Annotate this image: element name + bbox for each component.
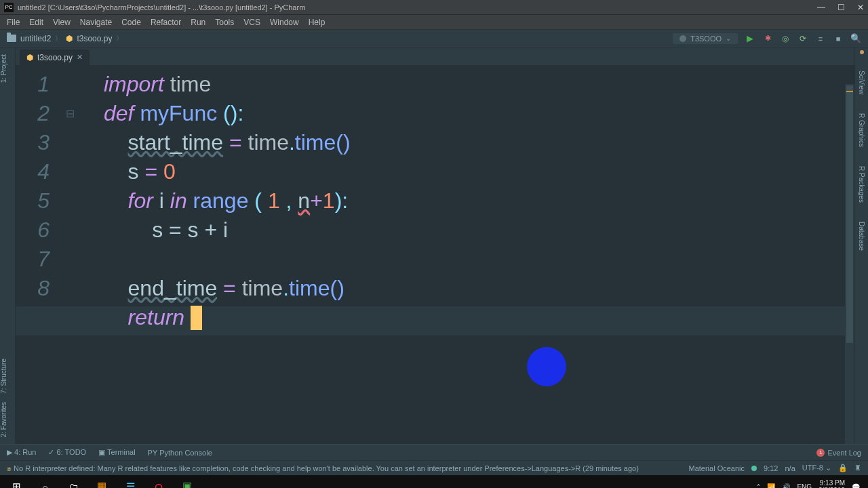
app-icon: PC <box>4 3 14 12</box>
tray-language[interactable]: ENG <box>797 483 812 489</box>
window-title: untitled2 [C:\Users\t3so\PycharmProjects… <box>18 3 817 12</box>
chevron-right-icon: 〉 <box>55 34 62 43</box>
bulb-icon: ⍟ <box>7 464 12 472</box>
tray-clock[interactable]: 9:13 PM2/8/2019 <box>818 479 845 488</box>
event-log-button[interactable]: 1Event Log <box>816 449 861 457</box>
taskbar-app[interactable]: ☰ <box>117 475 144 488</box>
todo-tool-tab[interactable]: ✓ 6: TODO <box>48 448 86 457</box>
tray-notifications-icon[interactable]: 💬 <box>852 483 860 489</box>
mouse-cursor-highlight <box>527 347 566 386</box>
attach-button[interactable]: ≡ <box>815 33 826 44</box>
profile-button[interactable]: ⟳ <box>797 33 808 44</box>
r-graphics-tool-tab[interactable]: R Graphics <box>858 110 865 150</box>
breadcrumb-project[interactable]: untitled2 <box>20 34 51 43</box>
lock-icon[interactable]: 🔒 <box>838 464 848 472</box>
theme-indicator-icon <box>751 466 757 471</box>
menu-file[interactable]: File <box>7 18 20 27</box>
navigation-bar: untitled2 〉 ⬢ t3sooo.py 〉 T3SOOO ⌄ ▶ ✱ ◎… <box>0 30 868 47</box>
status-na: n/a <box>785 464 795 472</box>
tray-volume-icon[interactable]: 🔊 <box>782 483 790 489</box>
inspector-icon[interactable]: ♜ <box>854 464 861 472</box>
chevron-right-icon: 〉 <box>116 34 123 43</box>
editor-area: ⬢ t3sooo.py ✕ 1 2 3 4 5 6 7 8 9 ⊟ ⊟ imp <box>16 47 854 444</box>
editor-tab[interactable]: ⬢ t3sooo.py ✕ <box>20 49 90 66</box>
folder-icon <box>7 35 16 42</box>
menu-view[interactable]: View <box>53 18 71 27</box>
fold-gutter: ⊟ ⊟ <box>63 66 77 444</box>
coverage-button[interactable]: ◎ <box>780 33 791 44</box>
system-tray[interactable]: ˄ 📶 🔊 ENG 9:13 PM2/8/2019 💬 <box>757 479 865 488</box>
debug-button[interactable]: ✱ <box>762 33 773 44</box>
menu-run[interactable]: Run <box>191 18 205 27</box>
minimize-button[interactable]: — <box>817 3 825 12</box>
breadcrumb-file[interactable]: t3sooo.py <box>77 34 112 43</box>
run-tool-tab[interactable]: ▶ 4: Run <box>7 448 36 457</box>
project-tool-tab[interactable]: 1: Project <box>0 50 15 87</box>
taskbar-explorer[interactable]: 🗂 <box>60 475 87 488</box>
python-file-icon: ⬢ <box>66 34 73 43</box>
status-encoding[interactable]: UTF-8 ⌄ <box>802 464 831 472</box>
taskbar-opera[interactable]: O <box>145 475 172 488</box>
menu-refactor[interactable]: Refactor <box>151 18 181 27</box>
run-config-name: T3SOOO <box>690 35 722 43</box>
run-configuration-selector[interactable]: T3SOOO ⌄ <box>673 33 738 44</box>
terminal-tool-tab[interactable]: ▣ Terminal <box>98 448 135 457</box>
status-bar: ⍟ No R interpreter defined: Many R relat… <box>0 460 868 475</box>
code-content[interactable]: import time def myFunc (): start_time = … <box>77 66 854 444</box>
r-packages-tool-tab[interactable]: R Packages <box>858 163 865 205</box>
menu-vcs[interactable]: VCS <box>243 18 260 27</box>
sciview-tool-tab[interactable]: SciView <box>858 68 865 97</box>
left-tool-stripe: 1: Project 7: Structure 2: Favorites <box>0 47 16 444</box>
python-file-icon: ⬢ <box>26 53 33 62</box>
status-position[interactable]: 9:12 <box>764 464 778 472</box>
menu-tools[interactable]: Tools <box>215 18 234 27</box>
menu-window[interactable]: Window <box>270 18 299 27</box>
inspection-indicator[interactable] <box>860 50 864 54</box>
close-tab-button[interactable]: ✕ <box>77 53 83 62</box>
error-stripe-mark[interactable] <box>846 91 853 92</box>
search-button[interactable]: ⌕ <box>31 475 58 488</box>
search-everywhere-button[interactable]: 🔍 <box>850 33 861 44</box>
status-theme[interactable]: Material Oceanic <box>689 464 745 472</box>
windows-taskbar: ⊞ ⌕ 🗂 ▦ ☰ O ▣ ˄ 📶 🔊 ENG 9:13 PM2/8/2019 … <box>0 475 868 488</box>
menu-bar: File Edit View Navigate Code Refactor Ru… <box>0 15 868 30</box>
close-button[interactable]: ✕ <box>857 3 864 12</box>
run-button[interactable]: ▶ <box>745 33 755 44</box>
text-caret <box>191 306 202 330</box>
maximize-button[interactable]: ☐ <box>837 3 845 12</box>
start-button[interactable]: ⊞ <box>3 475 30 488</box>
status-message[interactable]: No R interpreter defined: Many R related… <box>14 464 639 472</box>
stop-button[interactable]: ■ <box>833 33 844 44</box>
config-icon <box>679 35 686 42</box>
right-tool-stripe: SciView R Graphics R Packages Database <box>854 47 868 444</box>
code-editor[interactable]: 1 2 3 4 5 6 7 8 9 ⊟ ⊟ import time def my… <box>16 66 854 444</box>
taskbar-sublime[interactable]: ▦ <box>88 475 115 488</box>
bottom-tool-stripe: ▶ 4: Run ✓ 6: TODO ▣ Terminal PY Python … <box>0 444 868 460</box>
tab-label: t3sooo.py <box>37 53 73 62</box>
scrollbar-thumb[interactable] <box>846 85 853 343</box>
line-gutter: 1 2 3 4 5 6 7 8 9 <box>16 66 63 444</box>
editor-tabs: ⬢ t3sooo.py ✕ <box>16 47 854 66</box>
menu-code[interactable]: Code <box>121 18 141 27</box>
menu-help[interactable]: Help <box>309 18 326 27</box>
python-console-tool-tab[interactable]: PY Python Console <box>148 449 212 457</box>
taskbar-pycharm[interactable]: ▣ <box>174 475 201 488</box>
menu-edit[interactable]: Edit <box>29 18 43 27</box>
breadcrumb: untitled2 〉 ⬢ t3sooo.py 〉 <box>7 34 123 43</box>
favorites-tool-tab[interactable]: 2: Favorites <box>0 398 7 441</box>
window-titlebar: PC untitled2 [C:\Users\t3so\PycharmProje… <box>0 0 868 15</box>
structure-tool-tab[interactable]: 7: Structure <box>0 354 7 398</box>
tray-chevron-icon[interactable]: ˄ <box>757 483 760 489</box>
tray-network-icon[interactable]: 📶 <box>767 483 775 489</box>
chevron-down-icon: ⌄ <box>726 35 731 42</box>
editor-scrollbar[interactable] <box>845 84 854 444</box>
menu-navigate[interactable]: Navigate <box>80 18 112 27</box>
database-tool-tab[interactable]: Database <box>858 219 865 253</box>
